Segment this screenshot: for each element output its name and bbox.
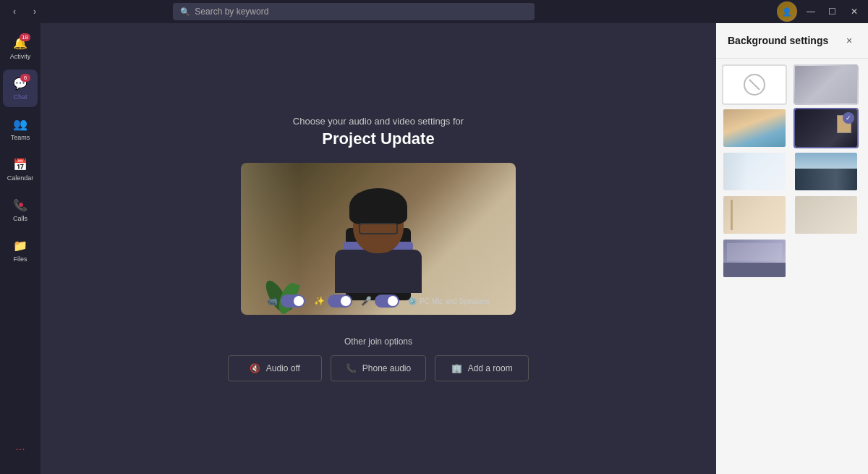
sidebar-item-calls[interactable]: 📞 Calls bbox=[3, 191, 38, 229]
mic-toggle[interactable] bbox=[375, 295, 399, 308]
camera-icon: 📹 bbox=[267, 296, 278, 306]
video-preview-container: 📹 ✨ 🎤 bbox=[241, 163, 516, 322]
add-room-icon: 🏢 bbox=[451, 363, 462, 373]
audio-off-label: Audio off bbox=[266, 363, 300, 373]
mic-control: 🎤 bbox=[361, 295, 399, 308]
join-options-row: 🔇 Audio off 📞 Phone audio 🏢 Add a room bbox=[228, 355, 529, 381]
close-bg-panel-button[interactable]: × bbox=[842, 33, 856, 48]
back-button[interactable]: ‹ bbox=[6, 3, 23, 20]
activity-icon: 🔔 18 bbox=[13, 36, 27, 51]
search-placeholder: Search by keyword bbox=[195, 7, 268, 17]
minimize-button[interactable]: — bbox=[803, 4, 819, 20]
phone-audio-button[interactable]: 📞 Phone audio bbox=[331, 355, 426, 381]
blur-toggle[interactable] bbox=[328, 295, 352, 308]
sidebar-label-calls: Calls bbox=[13, 215, 27, 222]
settings-icon: ⚙️ bbox=[408, 297, 417, 305]
meeting-setup: Choose your audio and video settings for… bbox=[41, 116, 716, 381]
bg-option-city[interactable] bbox=[793, 151, 859, 192]
search-icon: 🔍 bbox=[180, 7, 190, 17]
sidebar: 🔔 18 Activity 💬 6 Chat 👥 Teams 📅 Ca bbox=[0, 23, 41, 474]
camera-toggle-knob bbox=[294, 296, 304, 306]
person-figure bbox=[335, 195, 422, 293]
sidebar-item-activity[interactable]: 🔔 18 Activity bbox=[3, 29, 38, 67]
device-label: PC Mic and Speakers bbox=[420, 297, 490, 305]
navigation-buttons: ‹ › bbox=[6, 3, 43, 20]
bg-panel-title: Background settings bbox=[728, 35, 828, 46]
bg-panel-header: Background settings × bbox=[716, 23, 868, 59]
sidebar-label-files: Files bbox=[13, 255, 27, 263]
forward-button[interactable]: › bbox=[26, 3, 43, 20]
sidebar-item-more[interactable]: ··· bbox=[3, 431, 38, 468]
person-glasses bbox=[359, 223, 398, 234]
close-window-button[interactable]: ✕ bbox=[846, 4, 862, 20]
blur-icon: ✨ bbox=[314, 296, 325, 306]
bg-option-office[interactable] bbox=[722, 238, 787, 279]
bg-option-light[interactable] bbox=[793, 195, 859, 235]
blur-toggle-knob bbox=[341, 296, 351, 306]
main-layout: 🔔 18 Activity 💬 6 Chat 👥 Teams 📅 Ca bbox=[0, 23, 868, 474]
sidebar-label-activity: Activity bbox=[10, 53, 31, 60]
add-room-button[interactable]: 🏢 Add a room bbox=[435, 355, 529, 381]
sidebar-item-chat[interactable]: 💬 6 Chat bbox=[3, 69, 38, 107]
teams-icon: 👥 bbox=[13, 117, 27, 132]
more-icon: ··· bbox=[13, 442, 27, 457]
other-options-label: Other join options bbox=[344, 337, 412, 347]
bg-option-minimal[interactable] bbox=[722, 195, 787, 235]
person-head bbox=[353, 195, 404, 253]
person-body bbox=[335, 250, 422, 293]
chat-icon: 💬 6 bbox=[13, 77, 27, 91]
calls-icon: 📞 bbox=[13, 198, 27, 213]
audio-device-control: ⚙️ PC Mic and Speakers bbox=[408, 297, 490, 305]
activity-badge: 18 bbox=[20, 33, 30, 41]
person-hair bbox=[349, 188, 407, 224]
audio-off-button[interactable]: 🔇 Audio off bbox=[228, 355, 322, 381]
title-bar: ‹ › 🔍 Search by keyword 👤 — ☐ ✕ bbox=[0, 0, 868, 23]
title-bar-right: 👤 — ☐ ✕ bbox=[777, 1, 862, 22]
search-bar[interactable]: 🔍 Search by keyword bbox=[173, 3, 535, 20]
maximize-button[interactable]: ☐ bbox=[825, 4, 841, 20]
bg-option-room1[interactable] bbox=[722, 108, 787, 148]
chat-badge: 6 bbox=[20, 74, 30, 82]
camera-control: 📹 bbox=[267, 295, 305, 308]
meeting-title-section: Choose your audio and video settings for… bbox=[293, 116, 464, 148]
bg-option-room3[interactable] bbox=[722, 151, 787, 192]
other-options-section: Other join options 🔇 Audio off 📞 Phone a… bbox=[228, 337, 529, 381]
main-content: Choose your audio and video settings for… bbox=[41, 23, 716, 474]
bg-option-none[interactable] bbox=[722, 64, 787, 105]
mic-icon: 🎤 bbox=[361, 296, 372, 306]
background-settings-panel: Background settings × bbox=[716, 23, 868, 474]
bg-thumbnail-grid: ✓ bbox=[716, 59, 868, 284]
mic-toggle-knob bbox=[388, 296, 398, 306]
selected-checkmark: ✓ bbox=[843, 112, 854, 124]
meeting-title: Project Update bbox=[293, 130, 464, 148]
calendar-icon: 📅 bbox=[13, 158, 27, 172]
sidebar-item-calendar[interactable]: 📅 Calendar bbox=[3, 151, 38, 188]
avatar[interactable]: 👤 bbox=[777, 1, 797, 22]
bg-option-blur[interactable] bbox=[793, 64, 859, 105]
meeting-subtitle: Choose your audio and video settings for bbox=[293, 116, 464, 127]
phone-audio-icon: 📞 bbox=[346, 363, 357, 373]
camera-toggle[interactable] bbox=[281, 295, 305, 308]
bg-option-room2[interactable]: ✓ bbox=[793, 108, 859, 148]
files-icon: 📁 bbox=[13, 239, 27, 253]
calls-dot bbox=[19, 203, 23, 207]
blur-control: ✨ bbox=[314, 295, 352, 308]
video-controls: 📹 ✨ 🎤 bbox=[241, 295, 516, 308]
sidebar-item-teams[interactable]: 👥 Teams bbox=[3, 110, 38, 148]
none-line bbox=[749, 79, 760, 90]
none-icon bbox=[744, 74, 765, 96]
video-preview: 📹 ✨ 🎤 bbox=[241, 163, 516, 315]
sidebar-item-files[interactable]: 📁 Files bbox=[3, 232, 38, 269]
add-room-label: Add a room bbox=[468, 363, 513, 373]
sidebar-label-teams: Teams bbox=[11, 134, 30, 141]
sidebar-label-chat: Chat bbox=[13, 93, 27, 101]
audio-off-icon: 🔇 bbox=[250, 363, 260, 373]
phone-audio-label: Phone audio bbox=[362, 363, 411, 373]
sidebar-label-calendar: Calendar bbox=[7, 174, 34, 182]
